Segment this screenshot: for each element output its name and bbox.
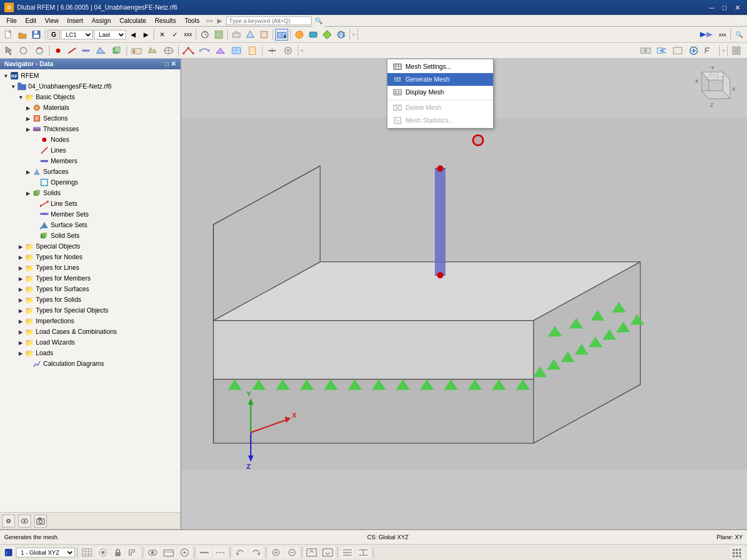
dropdown-display-mesh[interactable]: Display Mesh (387, 86, 493, 99)
dropdown-mesh-settings[interactable]: Mesh Settings... (387, 60, 493, 73)
maximize-button[interactable]: □ (719, 3, 730, 12)
menu-edit[interactable]: Edit (21, 16, 41, 26)
search-button[interactable]: 🔍 (313, 15, 324, 27)
tree-item-types-members[interactable]: ▶ 📁 Types for Members (0, 273, 180, 284)
navigator-settings-btn[interactable] (2, 515, 15, 527)
tb-rotate[interactable] (198, 29, 211, 41)
tb-btn3[interactable] (258, 29, 271, 41)
tree-item-solidsets[interactable]: Solid Sets (0, 230, 180, 241)
tb-new[interactable] (2, 29, 15, 41)
tree-item-surfacesets[interactable]: Surface Sets (0, 220, 180, 230)
secondary-maximize[interactable]: □ (734, 16, 745, 26)
tree-item-lines[interactable]: Lines (0, 145, 180, 156)
tree-item-calc-diagrams[interactable]: Calculation Diagrams (0, 358, 180, 369)
coord-system-combo[interactable]: 1 - Global XYZ (16, 548, 75, 557)
tree-item-types-lines[interactable]: ▶ 📁 Types for Lines (0, 262, 180, 273)
tb2-solid[interactable] (109, 45, 124, 57)
tb-icon-d[interactable]: FE (335, 29, 347, 41)
tb-xxx1[interactable]: xxx (182, 29, 194, 41)
tree-item-load-wizards[interactable]: ▶ 📁 Load Wizards (0, 337, 180, 348)
tb2-right2[interactable] (654, 45, 669, 57)
tb2-btn2[interactable] (32, 45, 47, 57)
tb2-member[interactable] (80, 45, 92, 57)
menu-insert[interactable]: Insert (63, 16, 88, 26)
tb-save[interactable] (30, 29, 43, 41)
tb-bottom-line2[interactable] (213, 547, 228, 558)
minimize-button[interactable]: ─ (706, 3, 717, 12)
navigator-eye-btn[interactable] (18, 515, 31, 527)
tb2-icon2[interactable] (145, 45, 160, 57)
tree-item-openings[interactable]: Openings (0, 177, 180, 188)
orientation-cube[interactable]: -Y X -X Z (688, 64, 736, 112)
tb-icon-a[interactable] (293, 29, 306, 41)
tb2-icon4[interactable] (181, 45, 196, 57)
tb2-icon10[interactable] (281, 45, 296, 57)
tb-btn2[interactable] (244, 29, 257, 41)
tb2-node[interactable] (52, 45, 65, 57)
tb-bottom-redo[interactable] (249, 547, 264, 558)
tb2-icon1[interactable] (129, 45, 144, 57)
tb2-btn1[interactable] (16, 45, 31, 57)
tb-prev[interactable]: ◀ (127, 29, 139, 41)
tb2-right5[interactable] (702, 45, 717, 57)
menu-file[interactable]: File (2, 16, 21, 26)
tree-item-types-solids[interactable]: ▶ 📁 Types for Solids (0, 294, 180, 305)
navigator-camera-btn[interactable] (34, 515, 47, 527)
tree-item-imperfections[interactable]: ▶ 📁 Imperfections (0, 316, 180, 326)
tree-item-types-surfaces[interactable]: ▶ 📁 Types for Surfaces (0, 284, 180, 294)
navigator-close-btn[interactable]: ✕ (171, 60, 176, 68)
tb2-surface[interactable] (93, 45, 108, 57)
tb-view1[interactable] (212, 29, 225, 41)
tree-item-loads[interactable]: ▶ 📁 Loads (0, 348, 180, 358)
viewport[interactable]: Mesh Settings... Generate Mesh Display M… (181, 59, 747, 529)
tree-item-surfaces[interactable]: ▶ Surfaces (0, 166, 180, 177)
tb-bottom-lock[interactable] (112, 547, 124, 558)
menu-view[interactable]: View (41, 16, 63, 26)
tree-item-members[interactable]: Members (0, 156, 180, 166)
tb2-icon8[interactable] (245, 45, 260, 57)
tree-item-materials[interactable]: ▶ Materials (0, 102, 180, 113)
close-button[interactable]: ✕ (732, 3, 743, 12)
tree-item-special-objects[interactable]: ▶ 📁 Special Objects (0, 241, 180, 252)
tb-bottom-icon10[interactable] (320, 547, 335, 558)
tb2-grid[interactable] (730, 45, 745, 57)
tb-bottom-snap[interactable] (96, 547, 110, 558)
tb-open[interactable] (16, 29, 29, 41)
tb-bottom-icon11[interactable] (340, 547, 355, 558)
tree-item-types-nodes[interactable]: ▶ 📁 Types for Nodes (0, 252, 180, 262)
tb2-select[interactable] (2, 45, 15, 57)
tree-item-rfem[interactable]: ▼ RF RFEM (0, 70, 180, 81)
tb-mesh-x[interactable]: ✕ (156, 29, 168, 41)
tree-item-load-cases[interactable]: ▶ 📁 Load Cases & Combinations (0, 326, 180, 337)
tb-bottom-eye[interactable] (145, 547, 160, 558)
tree-item-nodes[interactable]: Nodes (0, 134, 180, 145)
tb-bottom-icon8[interactable] (284, 547, 299, 558)
tb-btn1[interactable] (230, 29, 243, 41)
tb-bottom-icon1[interactable]: ! (2, 547, 15, 558)
tb2-icon9[interactable] (265, 45, 280, 57)
tb-icon-c[interactable] (321, 29, 333, 41)
tree-item-solids[interactable]: ▶ Solids (0, 188, 180, 198)
tree-item-types-special[interactable]: ▶ 📁 Types for Special Objects (0, 305, 180, 316)
tb-bottom-icon6[interactable] (177, 547, 192, 558)
tb-bottom-icon7[interactable] (268, 547, 283, 558)
tb2-icon3[interactable] (161, 45, 176, 57)
tb-bottom-icon9[interactable] (304, 547, 319, 558)
lc-last-combo[interactable]: Last (94, 30, 126, 39)
tb-bottom-icon12[interactable] (356, 547, 371, 558)
tb2-right4[interactable] (686, 45, 701, 57)
dropdown-generate-mesh[interactable]: Generate Mesh (387, 73, 493, 86)
tb-bottom-icon4[interactable] (125, 547, 140, 558)
tb2-icon5[interactable] (197, 45, 212, 57)
tree-item-linesets[interactable]: Line Sets (0, 198, 180, 209)
tb-xxx2[interactable]: xxx (717, 29, 728, 41)
tb2-icon7[interactable] (229, 45, 244, 57)
tb-icon-arrow[interactable] (697, 29, 716, 41)
tb-fe-mesh[interactable]: ▼ (275, 29, 288, 41)
menu-results[interactable]: Results (150, 16, 180, 26)
tb-mesh-check[interactable]: ✓ (169, 29, 181, 41)
tb-bottom-grid2[interactable] (730, 547, 745, 558)
tb-bottom-line1[interactable] (197, 547, 212, 558)
tb2-icon6[interactable] (213, 45, 228, 57)
menu-tools[interactable]: Tools (180, 16, 204, 26)
